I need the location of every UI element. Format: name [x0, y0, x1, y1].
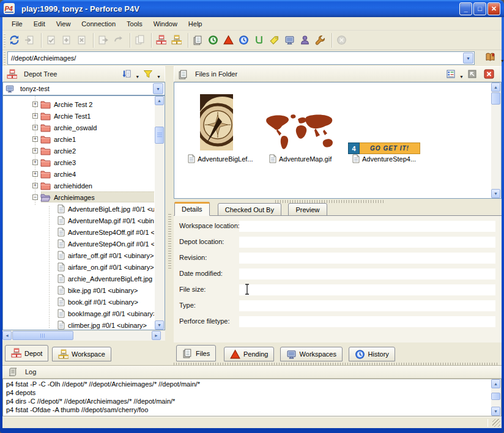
- scroll-down-button[interactable]: ▼: [155, 320, 164, 330]
- vertical-splitter[interactable]: [168, 214, 171, 269]
- scroll-up-button[interactable]: ▲: [155, 96, 164, 105]
- maximize-button[interactable]: □: [473, 2, 486, 15]
- tab-preview[interactable]: Preview: [288, 203, 327, 216]
- tree-item[interactable]: +archie2: [4, 145, 154, 157]
- get-latest-button[interactable]: [23, 32, 39, 48]
- tree-item[interactable]: +archie1: [4, 133, 154, 145]
- tree-item[interactable]: airfare_on.gif #0/1 <ubinary>: [4, 261, 154, 273]
- expander-icon[interactable]: +: [32, 102, 38, 107]
- expander-icon[interactable]: +: [32, 160, 38, 165]
- tree-item[interactable]: book.gif #0/1 <ubinary>: [4, 296, 154, 308]
- scrollbar-thumb[interactable]: [491, 92, 500, 105]
- tab-checked-out-by[interactable]: Checked Out By: [218, 203, 281, 216]
- tree-item[interactable]: AdventureStep4On.gif #0/1 <ubinary>: [4, 238, 154, 250]
- tree-item[interactable]: +archiehidden: [4, 180, 154, 191]
- tree-item[interactable]: +archie3: [4, 157, 154, 168]
- tab-details[interactable]: Details: [174, 202, 210, 216]
- depot-tree-button[interactable]: [155, 32, 170, 48]
- tree-item[interactable]: bike.jpg #0/1 <ubinary>: [4, 284, 154, 296]
- branch-mappings-button[interactable]: [253, 32, 268, 48]
- tab-pending[interactable]: Pending: [224, 347, 274, 361]
- tree-item[interactable]: archie_AdventureBigLeft.jpg #0/1: [4, 273, 154, 284]
- expander-icon[interactable]: +: [32, 183, 38, 188]
- tree-horizontal-scrollbar[interactable]: ◄ ►: [2, 331, 165, 341]
- workspace-selector-arrow[interactable]: ▼: [153, 83, 163, 94]
- expander-icon[interactable]: +: [32, 136, 38, 142]
- tree-item[interactable]: +Archie Test1: [4, 110, 154, 122]
- expander-icon[interactable]: +: [32, 148, 38, 154]
- scroll-up-button[interactable]: ▲: [491, 379, 500, 388]
- scroll-down-button[interactable]: ▼: [491, 407, 500, 416]
- expander-icon[interactable]: +: [32, 113, 38, 119]
- submitted-changelists-button[interactable]: [237, 32, 253, 48]
- tree-item[interactable]: AdventureStep4Off.gif #0/1 <ubinary>: [4, 226, 154, 238]
- menu-item-connection[interactable]: Connection: [76, 18, 121, 29]
- expander-icon[interactable]: −: [32, 194, 38, 200]
- mark-for-delete-button[interactable]: [75, 32, 91, 48]
- diff-button[interactable]: [133, 32, 149, 48]
- thumbnail-map-image[interactable]: [264, 113, 338, 151]
- address-dropdown-arrow[interactable]: ▼: [463, 53, 473, 64]
- tree-item[interactable]: +archie4: [4, 168, 154, 180]
- refresh-button[interactable]: [8, 32, 23, 48]
- timelapse-view-button[interactable]: [207, 32, 222, 48]
- tab-workspaces[interactable]: Workspaces: [280, 347, 343, 361]
- pending-changelists-button[interactable]: [222, 32, 237, 48]
- scroll-up-button[interactable]: ▲: [491, 83, 500, 92]
- workspace-tree-button[interactable]: [170, 32, 185, 48]
- labels-button[interactable]: [268, 32, 283, 48]
- menu-item-window[interactable]: Window: [148, 18, 183, 29]
- files-vertical-scrollbar[interactable]: ▲ ▼: [491, 83, 501, 198]
- revert-button[interactable]: [112, 32, 127, 48]
- titlebar[interactable]: P4 play:1999, tonyz - Perforce P4V: [0, 0, 504, 17]
- users-button[interactable]: [298, 32, 314, 48]
- expander-icon[interactable]: +: [32, 125, 38, 130]
- tree-item[interactable]: AdventureMap.gif #0/1 <ubinary>: [4, 215, 154, 226]
- submit-button[interactable]: [97, 32, 112, 48]
- toolbar-grip[interactable]: [4, 34, 6, 47]
- tree-item[interactable]: AdventureBigLeft.jpg #0/1 <ubinary>: [4, 203, 154, 215]
- expander-icon[interactable]: +: [32, 171, 38, 177]
- thumbnail-label[interactable]: AdventureMap.gif: [269, 154, 332, 163]
- scroll-down-button[interactable]: ▼: [491, 189, 500, 198]
- tree-item-selected[interactable]: −Archieimages: [4, 191, 154, 203]
- address-bar-grip[interactable]: [4, 51, 6, 65]
- thumbnail-label[interactable]: AdventureStep4...: [352, 154, 416, 163]
- close-button[interactable]: ✕: [487, 2, 500, 15]
- log-vertical-scrollbar[interactable]: ▲ ▼: [491, 379, 501, 416]
- scrollbar-thumb[interactable]: [155, 127, 164, 144]
- scrollbar-thumb[interactable]: [12, 331, 73, 340]
- minimize-button[interactable]: _: [459, 2, 472, 15]
- menu-item-file[interactable]: File: [6, 18, 28, 29]
- scroll-left-button[interactable]: ◄: [2, 331, 12, 340]
- tab-workspace[interactable]: Workspace: [52, 347, 111, 361]
- workspaces-button[interactable]: [283, 32, 298, 48]
- thumbnail-compass-image[interactable]: [200, 94, 233, 150]
- sort-button[interactable]: ▼: [122, 69, 139, 79]
- tree-item[interactable]: +Archie Test 2: [4, 98, 154, 110]
- mark-for-add-button[interactable]: [60, 32, 75, 48]
- tree-item[interactable]: bookImage.gif #0/1 <ubinary>: [4, 308, 154, 319]
- view-options-button[interactable]: ▼: [446, 69, 464, 79]
- resize-grip[interactable]: [492, 419, 500, 427]
- scrollbar-thumb[interactable]: [491, 393, 500, 400]
- menu-item-tools[interactable]: Tools: [121, 18, 148, 29]
- thumbnail-label[interactable]: AdventureBigLef...: [188, 154, 253, 163]
- close-pane-button[interactable]: [484, 69, 497, 79]
- tree-vertical-scrollbar[interactable]: ▲ ▼: [155, 96, 165, 330]
- tab-depot[interactable]: Depot: [5, 345, 48, 361]
- checkout-button[interactable]: [45, 32, 60, 48]
- tab-files[interactable]: Files: [176, 345, 216, 361]
- scroll-right-button[interactable]: ►: [152, 331, 161, 340]
- file-list-button[interactable]: [191, 32, 207, 48]
- tree-item[interactable]: +archie_oswald: [4, 122, 154, 133]
- stop-button[interactable]: [335, 32, 350, 48]
- detach-pane-button[interactable]: [467, 69, 480, 79]
- menu-item-edit[interactable]: Edit: [28, 18, 51, 29]
- tab-history[interactable]: History: [349, 347, 395, 361]
- tree-item[interactable]: climber.jpg #0/1 <ubinary>: [4, 319, 154, 330]
- admin-tools-button[interactable]: [314, 32, 329, 48]
- menu-item-view[interactable]: View: [51, 18, 76, 29]
- filter-button[interactable]: ▼: [143, 69, 161, 79]
- workspace-selector[interactable]: tonyz-test ▼: [2, 82, 165, 95]
